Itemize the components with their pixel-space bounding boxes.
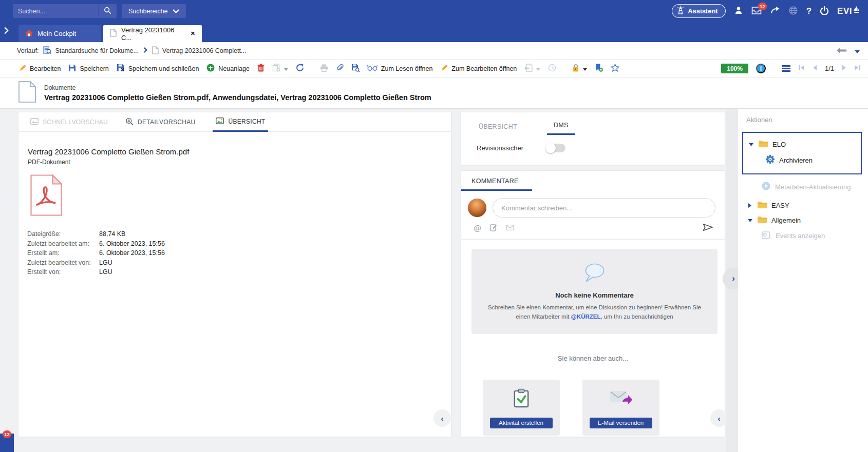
details-tabs: ÜBERSICHT DMS [461, 112, 725, 135]
mention-link[interactable]: @KÜRZEL [571, 313, 601, 320]
preview-tabs: SCHNELLVORSCHAU DETAILVORSCHAU ÜBERSICHT [18, 112, 451, 132]
tab-document[interactable]: Vertrag 20231006 C... ✕ [103, 25, 202, 42]
save-close-button[interactable]: Speichern und schließen [117, 64, 199, 73]
chevron-right-icon [4, 27, 9, 36]
meta-label: Zuletzt bearbeitet am: [27, 239, 99, 249]
hamburger-icon [782, 65, 790, 72]
history-dropdown-button[interactable] [855, 47, 860, 55]
send-email-button[interactable]: E-Mail versenden [590, 418, 652, 428]
file-title: Vertrag 20231006 Completto Gießen Strom.… [28, 147, 451, 156]
meta-row: Zuletzt bearbeitet am:6. Oktober 2023, 1… [27, 239, 451, 249]
next-page-button[interactable] [842, 65, 846, 72]
meta-row: Zuletzt bearbeitet von:LGU [27, 258, 451, 268]
forward-button[interactable] [770, 7, 780, 15]
mention-button[interactable]: @ [474, 224, 481, 232]
comment-input[interactable] [493, 198, 715, 218]
tab-mein-cockpit[interactable]: Mein Cockpit [18, 25, 101, 42]
refresh-button[interactable] [296, 64, 304, 73]
history-back-button[interactable] [837, 47, 846, 55]
lighthouse-icon [677, 6, 684, 16]
bookmark-add-button[interactable] [595, 64, 603, 73]
last-page-button[interactable] [854, 65, 861, 72]
lock-icon [572, 64, 579, 73]
help-button[interactable]: ? [806, 6, 812, 16]
close-icon[interactable]: ✕ [191, 30, 195, 37]
lock-button[interactable] [572, 64, 587, 73]
save-button[interactable]: Speichern [68, 64, 108, 73]
gear-play-icon [766, 155, 775, 165]
folder-easy[interactable]: EASY [744, 198, 862, 213]
open-read-button[interactable]: Zum Lesen öffnen [367, 65, 433, 72]
collapsed-sidebar-strip[interactable]: 12 [0, 434, 14, 452]
empty-comments-box: Noch keine Kommentare Schreiben Sie eine… [471, 249, 718, 334]
send-icon [703, 223, 713, 233]
action-label: Metadaten-Aktualisierung [775, 183, 851, 191]
tab-schnellvorschau[interactable]: SCHNELLVORSCHAU [30, 112, 108, 132]
details-panel: ÜBERSICHT DMS Revisionssicher [461, 112, 725, 165]
email-button[interactable] [506, 224, 514, 232]
user-button[interactable] [734, 6, 743, 16]
inbox-button[interactable]: 12 [751, 7, 762, 16]
folder-elo[interactable]: ELO [748, 137, 861, 152]
search-input[interactable] [13, 4, 98, 18]
globe-button[interactable] [789, 6, 798, 16]
favorite-button[interactable] [611, 64, 619, 73]
open-read-label: Zum Lesen öffnen [381, 65, 433, 72]
folder-icon [757, 201, 767, 210]
tab-kommentare[interactable]: KOMMENTARE [461, 171, 532, 191]
info-button[interactable]: i [756, 64, 766, 73]
logout-button[interactable] [820, 6, 828, 16]
checkout-button[interactable] [524, 64, 540, 73]
document-export-icon [524, 64, 533, 73]
meta-row: Erstellt am:6. Oktober 2023, 15:56 [27, 248, 451, 258]
meta-label: Erstellt von: [27, 267, 99, 277]
send-comment-button[interactable] [703, 223, 713, 233]
brand-text: EVI [837, 6, 852, 16]
attachment-button[interactable] [336, 64, 344, 73]
clipboard-check-icon [513, 388, 530, 410]
save-search-button[interactable] [351, 64, 360, 73]
alternatives-label: Sie können aber auch... [461, 355, 725, 362]
print-button[interactable] [320, 64, 328, 73]
revision-toggle[interactable] [546, 144, 565, 152]
search-scope-button[interactable]: Suchbereiche [122, 4, 186, 18]
tab-label: Vertrag 20231006 C... [121, 26, 186, 42]
menu-button[interactable] [782, 65, 790, 72]
open-edit-button[interactable]: Zum Bearbeiten öffnen [440, 64, 517, 73]
comment-compose [461, 191, 725, 218]
collapse-preview-button[interactable]: ‹ [433, 409, 451, 427]
delete-button[interactable] [257, 64, 265, 73]
tab-details-uebersicht[interactable]: ÜBERSICHT [472, 123, 524, 135]
save-close-label: Speichern und schließen [128, 65, 199, 72]
sidebar-expand-button[interactable] [4, 27, 9, 36]
tab-label: Mein Cockpit [37, 30, 76, 37]
empty-text-after: , um Ihn zu benachrichtigen [600, 313, 673, 320]
tab-uebersicht[interactable]: ÜBERSICHT [213, 112, 268, 132]
folder-icon [757, 216, 767, 225]
globe-icon [789, 6, 798, 16]
action-archivieren[interactable]: Archivieren [748, 152, 861, 168]
meta-row: Erstellt von:LGU [27, 267, 451, 277]
search-button[interactable] [98, 4, 117, 18]
breadcrumb-item-search[interactable]: Standardsuche für Dokume... [43, 46, 139, 56]
history-button[interactable] [548, 64, 556, 73]
toolbar-divider [312, 64, 312, 73]
folder-allgemein[interactable]: Allgemein [744, 213, 862, 228]
edit-button[interactable]: Bearbeiten [18, 64, 61, 73]
prev-page-button[interactable] [813, 65, 817, 72]
tab-detailvorschau[interactable]: DETAILVORSCHAU [125, 112, 195, 132]
copy-button[interactable] [272, 64, 288, 73]
breadcrumb-item-document[interactable]: Vertrag 20231006 Complett... [152, 46, 246, 56]
first-page-button[interactable] [798, 65, 805, 72]
refresh-icon [296, 64, 304, 73]
note-button[interactable] [490, 224, 497, 233]
assistant-button[interactable]: Assistent [672, 4, 726, 18]
collapse-comments-button[interactable]: ‹ [710, 409, 728, 427]
overview-image-icon [216, 117, 224, 126]
new-item-button[interactable]: Neuanlage [206, 64, 249, 73]
folder-label: EASY [771, 202, 789, 209]
tab-details-dms[interactable]: DMS [547, 122, 575, 135]
create-activity-button[interactable]: Aktivität erstellen [490, 418, 553, 428]
document-category: Dokumente [44, 84, 431, 91]
plus-circle-icon [206, 64, 215, 73]
